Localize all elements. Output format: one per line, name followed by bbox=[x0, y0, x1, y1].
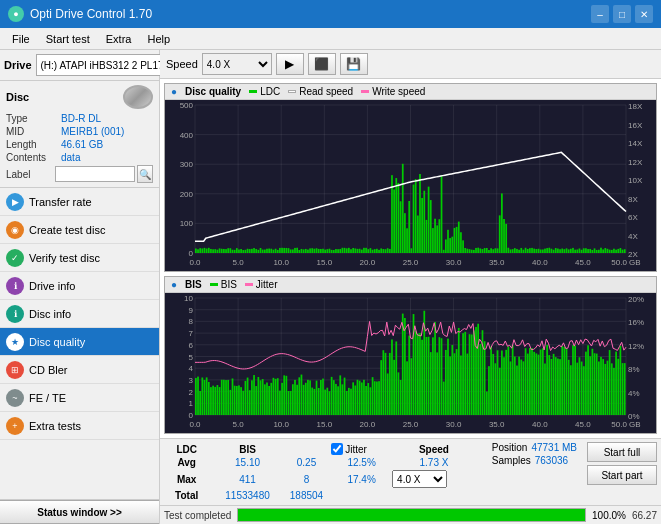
menu-start-test[interactable]: Start test bbox=[38, 31, 98, 47]
nav-label-bler: CD Bler bbox=[29, 364, 68, 376]
content-area: Speed 4.0 X ▶ ⬛ 💾 ● Disc quality LDC bbox=[160, 50, 661, 524]
speed-select[interactable]: 4.0 X bbox=[202, 53, 272, 75]
progress-right-val: 66.27 bbox=[632, 510, 657, 521]
progress-bar-fill bbox=[238, 509, 585, 521]
charts-area: ● Disc quality LDC Read speed Write spee… bbox=[160, 79, 661, 438]
nav-extra-tests[interactable]: + Extra tests bbox=[0, 412, 159, 440]
disc-title: Disc bbox=[6, 91, 29, 103]
chart2-title: BIS bbox=[185, 279, 202, 290]
disc-mid-row: MID MEIRB1 (001) bbox=[6, 126, 153, 137]
disc-label-input[interactable] bbox=[55, 166, 135, 182]
legend-label-ldc: LDC bbox=[260, 86, 280, 97]
chart1-container: ● Disc quality LDC Read speed Write spee… bbox=[164, 83, 657, 272]
nav-create-test[interactable]: ◉ Create test disc bbox=[0, 216, 159, 244]
nav-cd-bler[interactable]: ⊞ CD Bler bbox=[0, 356, 159, 384]
legend-dot-jitter bbox=[245, 283, 253, 286]
jitter-checkbox[interactable] bbox=[331, 443, 343, 455]
menubar: File Start test Extra Help bbox=[0, 28, 661, 50]
menu-file[interactable]: File bbox=[4, 31, 38, 47]
legend-label-write: Write speed bbox=[372, 86, 425, 97]
disc-mid-key: MID bbox=[6, 126, 61, 137]
action-buttons: Start full Start part bbox=[587, 442, 657, 502]
stats-header-bis: BIS bbox=[209, 442, 285, 456]
nav-disc-quality[interactable]: ★ Disc quality bbox=[0, 328, 159, 356]
start-full-button[interactable]: Start full bbox=[587, 442, 657, 462]
avg-bis-val: 0.25 bbox=[286, 456, 327, 469]
samples-label: Samples bbox=[492, 455, 531, 466]
sidebar: Drive (H:) ATAPI iHBS312 2 PL17 ⏏ Disc T… bbox=[0, 50, 160, 524]
avg-speed-val: 1.73 X bbox=[388, 456, 480, 469]
nav-list: ▶ Transfer rate ◉ Create test disc ✓ Ver… bbox=[0, 188, 159, 440]
status-label: Test completed bbox=[164, 510, 231, 521]
legend-dot-read bbox=[288, 90, 296, 93]
drive-label: Drive bbox=[4, 59, 32, 71]
menu-extra[interactable]: Extra bbox=[98, 31, 140, 47]
close-button[interactable]: ✕ bbox=[635, 5, 653, 23]
disc-type-key: Type bbox=[6, 113, 61, 124]
chart2-icon: ● bbox=[171, 279, 177, 290]
speed-stat-select[interactable]: 4.0 X bbox=[392, 470, 447, 488]
status-window-button[interactable]: Status window >> bbox=[0, 500, 159, 524]
nav-icon-quality: ★ bbox=[6, 333, 24, 351]
stats-table: LDC BIS Jitter Speed Avg 15. bbox=[164, 442, 480, 502]
minimize-button[interactable]: – bbox=[591, 5, 609, 23]
nav-disc-info[interactable]: ℹ Disc info bbox=[0, 300, 159, 328]
chart1-icon: ● bbox=[171, 86, 177, 97]
app-title: Opti Drive Control 1.70 bbox=[30, 7, 152, 21]
nav-fe-te[interactable]: ~ FE / TE bbox=[0, 384, 159, 412]
chart2-container: ● BIS BIS Jitter bbox=[164, 276, 657, 434]
nav-icon-fete: ~ bbox=[6, 389, 24, 407]
disc-label-key: Label bbox=[6, 169, 55, 180]
stats-header-ldc: LDC bbox=[164, 442, 209, 456]
disc-icon bbox=[123, 85, 153, 109]
nav-icon-drive: ℹ bbox=[6, 277, 24, 295]
legend-label-bis: BIS bbox=[221, 279, 237, 290]
position-section: Position 47731 MB Samples 763036 bbox=[492, 442, 577, 502]
nav-label-drive: Drive info bbox=[29, 280, 75, 292]
main-layout: Drive (H:) ATAPI iHBS312 2 PL17 ⏏ Disc T… bbox=[0, 50, 661, 524]
total-label: Total bbox=[164, 489, 209, 502]
disc-contents-row: Contents data bbox=[6, 152, 153, 163]
nav-label-verify: Verify test disc bbox=[29, 252, 100, 264]
nav-icon-extra: + bbox=[6, 417, 24, 435]
chart1-canvas bbox=[165, 100, 656, 271]
nav-drive-info[interactable]: ℹ Drive info bbox=[0, 272, 159, 300]
position-row: Position 47731 MB bbox=[492, 442, 577, 453]
jitter-label: Jitter bbox=[345, 444, 367, 455]
nav-transfer-rate[interactable]: ▶ Transfer rate bbox=[0, 188, 159, 216]
titlebar: ● Opti Drive Control 1.70 – □ ✕ bbox=[0, 0, 661, 28]
disc-label-row: Label 🔍 bbox=[6, 165, 153, 183]
start-part-button[interactable]: Start part bbox=[587, 465, 657, 485]
progress-bar-wrap bbox=[237, 508, 586, 522]
speed-stop-btn[interactable]: ⬛ bbox=[308, 53, 336, 75]
samples-row: Samples 763036 bbox=[492, 455, 577, 466]
nav-verify-test[interactable]: ✓ Verify test disc bbox=[0, 244, 159, 272]
total-ldc-val: 11533480 bbox=[209, 489, 285, 502]
chart2-legend-jitter: Jitter bbox=[245, 279, 278, 290]
nav-label-fete: FE / TE bbox=[29, 392, 66, 404]
disc-length-row: Length 46.61 GB bbox=[6, 139, 153, 150]
disc-mid-val: MEIRB1 (001) bbox=[61, 126, 124, 137]
legend-dot-ldc bbox=[249, 90, 257, 93]
menu-help[interactable]: Help bbox=[139, 31, 178, 47]
chart1-legend-ldc: LDC bbox=[249, 86, 280, 97]
disc-type-row: Type BD-R DL bbox=[6, 113, 153, 124]
nav-icon-disc: ℹ bbox=[6, 305, 24, 323]
legend-dot-bis bbox=[210, 283, 218, 286]
disc-length-val: 46.61 GB bbox=[61, 139, 103, 150]
position-val: 47731 MB bbox=[531, 442, 577, 453]
maximize-button[interactable]: □ bbox=[613, 5, 631, 23]
total-bis-val: 188504 bbox=[286, 489, 327, 502]
disc-type-val: BD-R DL bbox=[61, 113, 101, 124]
legend-label-jitter: Jitter bbox=[256, 279, 278, 290]
avg-jitter-val: 12.5% bbox=[335, 456, 388, 469]
disc-label-btn[interactable]: 🔍 bbox=[137, 165, 153, 183]
speed-save-btn[interactable]: 💾 bbox=[340, 53, 368, 75]
max-bis-val: 8 bbox=[286, 469, 327, 489]
speed-play-btn[interactable]: ▶ bbox=[276, 53, 304, 75]
legend-label-read: Read speed bbox=[299, 86, 353, 97]
nav-icon-verify: ✓ bbox=[6, 249, 24, 267]
disc-contents-val: data bbox=[61, 152, 80, 163]
disc-panel: Disc Type BD-R DL MID MEIRB1 (001) Lengt… bbox=[0, 81, 159, 188]
stats-area: LDC BIS Jitter Speed Avg 15. bbox=[160, 438, 661, 505]
